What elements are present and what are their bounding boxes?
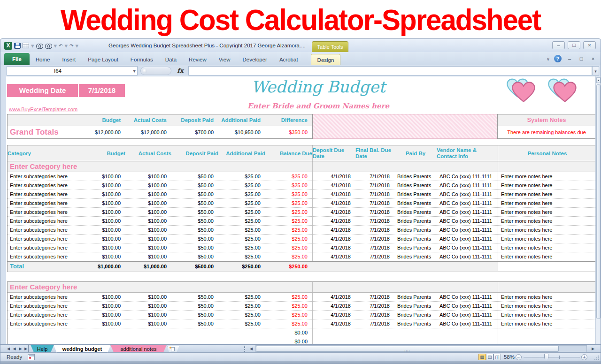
cell-additional-paid[interactable]: $25.00 [218,311,265,319]
cell-paid-by[interactable]: Brides Parents [394,217,437,225]
cell-subcategory[interactable]: Enter subcategories here [8,311,92,319]
name-box-dropdown-icon[interactable]: ▾ [133,67,136,75]
dropdown-icon[interactable]: ▾ [64,42,68,49]
cell-vendor[interactable] [437,328,498,337]
cell-deposit-paid[interactable]: $50.00 [171,235,218,243]
dropdown-icon[interactable]: ▾ [31,42,34,49]
cell-paid-by[interactable]: Brides Parents [394,319,437,328]
cell-deposit-due-date[interactable]: 4/1/2018 [312,235,355,243]
cell-deposit-paid[interactable]: $50.00 [171,217,218,225]
tab-home[interactable]: Home [30,54,56,65]
scroll-left-icon[interactable]: ◀ [248,346,254,352]
cell-vendor[interactable]: ABC Co (xxx) 111-1111 [437,226,498,234]
cell-personal-notes[interactable]: Enter more notes here [498,293,596,301]
cell-balance-due[interactable]: $0.00 [265,337,312,344]
tab-formulas[interactable]: Formulas [124,54,159,65]
workbook-close-button[interactable]: × [589,56,597,61]
cell-personal-notes[interactable] [498,262,596,271]
cell-budget[interactable]: $100.00 [92,217,125,225]
cell-balance-due[interactable]: $25.00 [265,319,312,328]
cell-deposit-paid[interactable]: $50.00 [171,311,218,319]
cell-deposit-paid[interactable]: $50.00 [171,243,218,252]
cell-deposit-due-date[interactable]: 4/1/2018 [312,181,355,190]
cell-deposit-paid[interactable]: $500.00 [171,262,218,271]
cell-final-due-date[interactable]: 7/1/2018 [355,226,394,234]
cell-additional-paid[interactable] [218,328,265,337]
category-label[interactable]: Enter Category here [8,282,312,292]
cell-balance-due[interactable]: $25.00 [265,252,312,261]
website-link[interactable]: www.BuyExcelTemplates.com [9,106,77,112]
cell-deposit-paid[interactable]: $50.00 [171,172,218,181]
cell-final-due-date[interactable] [355,337,394,344]
page-layout-view-icon[interactable]: ▤ [486,354,493,360]
cell-deposit-paid[interactable] [171,328,218,337]
sheet-tab-help[interactable]: Help [31,345,54,352]
header-deposit-paid[interactable]: Deposit Paid [171,145,218,161]
cell-blank[interactable] [498,161,596,172]
cell-budget[interactable]: $100.00 [92,235,125,243]
cell-blank[interactable] [498,282,596,292]
header-final-bal-due-date[interactable]: Final Bal. Due Date [355,145,394,161]
cell-additional-paid[interactable]: $25.00 [218,243,265,252]
cell-subcategory[interactable]: Enter subcategories here [8,226,92,234]
cell-actual-costs[interactable]: $100.00 [125,252,171,261]
cell-balance-due[interactable]: $25.00 [265,235,312,243]
cell-additional-paid[interactable]: $25.00 [218,252,265,261]
expand-ribbon-icon[interactable]: ∨ [547,56,550,61]
cell-final-due-date[interactable]: 7/1/2018 [355,181,394,190]
cell-additional-paid[interactable]: $25.00 [218,226,265,234]
cell-balance-due[interactable]: $25.00 [265,217,312,225]
header-additional-paid[interactable]: Additional Paid [218,145,265,161]
cell-balance-due[interactable]: $25.00 [265,172,312,181]
formula-input[interactable] [188,66,592,76]
cell-final-due-date[interactable]: 7/1/2018 [355,208,394,216]
redo-icon[interactable]: ↷ [69,43,73,48]
help-icon[interactable]: ? [554,55,562,62]
cell-subcategory[interactable]: Enter subcategories here [8,319,92,328]
qat-customize-icon[interactable]: ▾ [75,42,78,49]
cell-final-due-date[interactable]: 7/1/2018 [355,243,394,252]
cell-subcategory[interactable]: Enter subcategories here [8,172,92,181]
cell-balance-due[interactable]: $25.00 [265,181,312,190]
cell-personal-notes[interactable] [498,328,596,337]
cell-deposit-due-date[interactable]: 4/1/2018 [312,311,355,319]
cell-personal-notes[interactable]: Enter more notes here [498,319,596,328]
cell-balance-due[interactable]: $25.00 [265,190,312,198]
zoom-slider-thumb[interactable] [544,354,548,360]
tab-splitter-handle[interactable] [244,346,246,352]
cell-final-due-date[interactable]: 7/1/2018 [355,293,394,301]
zoom-in-icon[interactable]: + [581,354,587,360]
cell-additional-paid[interactable]: $25.00 [218,319,265,328]
cell-additional-paid[interactable]: $25.00 [218,217,265,225]
cell-budget[interactable]: $100.00 [92,199,125,207]
cell-budget[interactable]: $100.00 [92,302,125,310]
system-notes-value[interactable]: There are remaining balances due [498,126,595,138]
last-sheet-icon[interactable]: ▶ [23,345,29,352]
cell-additional-paid[interactable]: $250.00 [218,262,265,271]
header-category[interactable]: Category [8,145,92,161]
macro-record-icon[interactable] [28,354,35,360]
cell-final-due-date[interactable]: 7/1/2018 [355,311,394,319]
cell-budget[interactable]: $100.00 [92,311,125,319]
cell-additional-paid[interactable]: $25.00 [218,181,265,190]
cell-actual-costs[interactable] [125,337,171,344]
cell-budget[interactable] [92,337,125,344]
table-icon[interactable] [23,43,29,48]
cell-vendor[interactable]: ABC Co (xxx) 111-1111 [437,293,498,301]
cell-deposit-due-date[interactable]: 4/1/2018 [312,319,355,328]
total-label[interactable]: Total [8,262,92,271]
formula-bar-handle[interactable] [140,67,171,75]
cell-paid-by[interactable]: Brides Parents [394,208,437,216]
cell-paid-by[interactable]: Brides Parents [394,243,437,252]
cell-additional-paid[interactable] [218,337,265,344]
cell-paid-by[interactable]: Brides Parents [394,302,437,310]
cell-deposit-paid[interactable]: $50.00 [171,302,218,310]
cell-deposit-due-date[interactable]: 4/1/2018 [312,208,355,216]
cell-personal-notes[interactable]: Enter more notes here [498,243,596,252]
grand-totals-label[interactable]: Grand Totals [8,126,92,138]
cell-paid-by[interactable]: Brides Parents [394,252,437,261]
bride-groom-names-cell[interactable]: Enter Bride and Groom Names here [189,102,447,110]
zoom-out-icon[interactable]: − [516,354,522,360]
cell-deposit-paid[interactable]: $50.00 [171,226,218,234]
cell-subcategory[interactable]: Enter subcategories here [8,252,92,261]
